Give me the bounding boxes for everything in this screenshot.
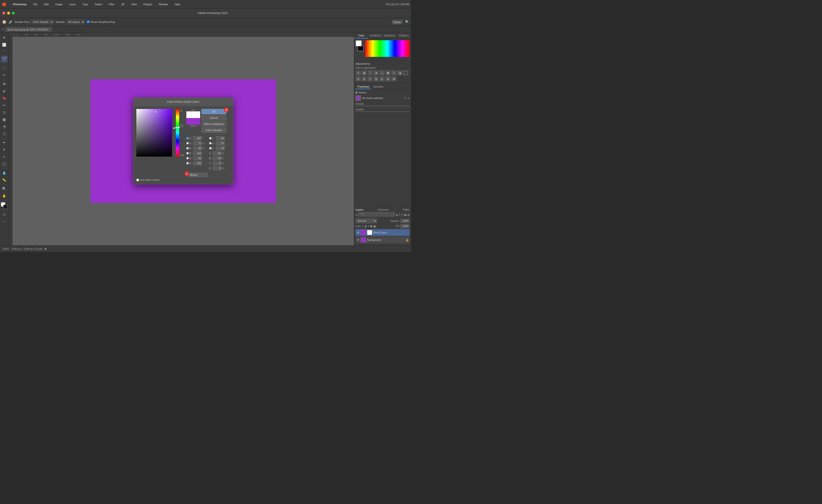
sample-size-select[interactable]: Point Sample: [31, 19, 54, 24]
tab-color[interactable]: Color: [354, 33, 368, 39]
measure-tool[interactable]: 📏: [1, 176, 8, 183]
color-libraries-button[interactable]: Color Libraries: [201, 127, 227, 133]
b-radio[interactable]: [186, 147, 189, 149]
threshold-adj-icon[interactable]: ◭: [379, 76, 385, 81]
exposure-adj-icon[interactable]: ◑: [373, 70, 379, 75]
hsl-adj-icon[interactable]: ⬢: [385, 70, 391, 75]
prop-tab-libraries[interactable]: Libraries: [371, 84, 385, 89]
marquee-tool[interactable]: ⬜: [1, 41, 8, 48]
menubar-photoshop[interactable]: Photoshop: [11, 2, 28, 6]
fg-color-box[interactable]: [356, 40, 362, 46]
blue-radio[interactable]: [186, 162, 189, 164]
cube-icon[interactable]: ⬛: [180, 139, 184, 142]
mask-link-icon[interactable]: ⊕: [408, 97, 410, 99]
c-input[interactable]: 62: [213, 151, 222, 155]
filter-name-icon[interactable]: T: [399, 213, 400, 216]
extra-tools-btn[interactable]: ⋯: [1, 218, 8, 225]
mask-options-icon[interactable]: ⊞: [404, 97, 406, 99]
a-radio[interactable]: [209, 142, 212, 144]
filter-color-icon[interactable]: ◉: [404, 213, 406, 216]
show-sampling-ring-checkbox[interactable]: [87, 20, 89, 23]
close-tab-icon[interactable]: ✕: [2, 28, 4, 31]
minimize-button[interactable]: [7, 12, 10, 15]
lasso-tool[interactable]: ⌒: [1, 49, 8, 55]
slice-tool[interactable]: ✂: [1, 72, 8, 78]
sample-select[interactable]: All Layers: [66, 19, 85, 24]
menubar-window[interactable]: Window: [157, 2, 169, 6]
maximize-button[interactable]: [12, 12, 15, 15]
color-spectrum[interactable]: [365, 40, 410, 57]
m-input[interactable]: 76: [213, 156, 222, 160]
filter-effect-icon[interactable]: ⬡: [401, 213, 403, 216]
channel-mixer-adj-icon[interactable]: ⊞: [356, 76, 361, 81]
prop-tab-properties[interactable]: Properties: [356, 84, 371, 89]
lock-all-icon[interactable]: 🔒: [373, 225, 376, 227]
layer-row-blend[interactable]: 👁 Blend Layer: [356, 229, 410, 236]
r-input[interactable]: 143: [193, 151, 202, 155]
gradient-tool[interactable]: ▦: [1, 116, 8, 123]
menubar-view[interactable]: View: [130, 2, 138, 6]
share-button[interactable]: Share: [392, 20, 402, 24]
menubar-filter[interactable]: Filter: [107, 2, 116, 6]
brightness-adj-icon[interactable]: ☀: [356, 70, 361, 75]
tab-patterns[interactable]: Patterns: [397, 33, 411, 39]
pen-tool[interactable]: ✒: [1, 139, 8, 146]
menubar-edit[interactable]: Edit: [43, 2, 50, 6]
gradient-square[interactable]: [136, 109, 172, 156]
color-lookup-adj-icon[interactable]: ◈: [362, 76, 367, 81]
blue-input[interactable]: 236: [193, 161, 202, 165]
menubar-image[interactable]: Image: [54, 2, 64, 6]
invert-adj-icon[interactable]: ⊘: [367, 76, 373, 81]
menubar-layer[interactable]: Layer: [68, 2, 77, 6]
brush-tool[interactable]: 🖌: [1, 88, 8, 94]
search-icon[interactable]: 🔍: [405, 20, 409, 24]
healing-brush-tool[interactable]: ⊕: [1, 80, 8, 87]
photo-filter-adj-icon[interactable]: ⬛: [403, 70, 408, 75]
a-input[interactable]: 57: [216, 141, 225, 145]
menubar-help[interactable]: Help: [173, 2, 181, 6]
menubar-select[interactable]: Select: [93, 2, 103, 6]
eraser-tool[interactable]: ◻: [1, 109, 8, 116]
h-radio[interactable]: [186, 137, 189, 139]
zoom-tool[interactable]: 🔍: [1, 185, 8, 192]
document-tab[interactable]: Base layer.jpeg @ 100% (RGB/8#) *: [5, 27, 52, 32]
mask-mode-btn[interactable]: ⬡: [1, 211, 8, 218]
color-balance-adj-icon[interactable]: ⬡: [391, 70, 396, 75]
selective-color-adj-icon[interactable]: ◉: [391, 76, 396, 81]
menubar-plugins[interactable]: Plugins: [142, 2, 153, 6]
opacity-input[interactable]: 100%: [400, 219, 410, 223]
filter-smart-icon[interactable]: ⊕: [407, 213, 410, 216]
dodge-tool[interactable]: ⬡: [1, 130, 8, 137]
apple-menu[interactable]: 🍎: [2, 2, 7, 6]
curves-adj-icon[interactable]: ⌒: [367, 70, 373, 75]
feather-slider[interactable]: [356, 111, 410, 112]
layer-visibility-blend[interactable]: 👁: [357, 231, 360, 234]
mask-thumbnail[interactable]: [356, 95, 361, 101]
g-input[interactable]: 66: [193, 156, 202, 160]
density-slider[interactable]: [356, 106, 410, 106]
vibrance-adj-icon[interactable]: △: [379, 70, 385, 75]
clone-stamp-tool[interactable]: 🔖: [1, 95, 8, 101]
magic-wand-tool[interactable]: 🪄: [1, 56, 8, 62]
r-radio[interactable]: [186, 152, 189, 154]
h-input[interactable]: 267: [193, 136, 202, 140]
only-web-colors-checkbox[interactable]: [136, 179, 139, 181]
b2-radio[interactable]: [209, 147, 212, 149]
hue-bar[interactable]: [176, 109, 179, 156]
text-tool[interactable]: T: [1, 146, 8, 153]
filter-type-icon[interactable]: ◈: [396, 213, 398, 216]
levels-adj-icon[interactable]: ▦: [362, 70, 367, 75]
layer-row-background[interactable]: 👁 Background 🔒: [356, 236, 410, 243]
hex-input[interactable]: 8f42ec: [189, 173, 208, 177]
menubar-file[interactable]: File: [32, 2, 39, 6]
layers-tab-layers[interactable]: Layers: [356, 208, 363, 211]
home-icon[interactable]: 🏠: [2, 19, 7, 24]
gradient-map-adj-icon[interactable]: ▤: [385, 76, 391, 81]
expand-icon[interactable]: ▶: [45, 247, 47, 250]
eyedropper-tool[interactable]: 💉: [9, 20, 13, 24]
layers-search-input[interactable]: [358, 212, 395, 216]
s-radio[interactable]: [186, 142, 189, 144]
l-radio[interactable]: [209, 137, 212, 139]
web-safe-icon[interactable]: [180, 124, 183, 127]
shape-tool[interactable]: ◯: [1, 161, 8, 167]
